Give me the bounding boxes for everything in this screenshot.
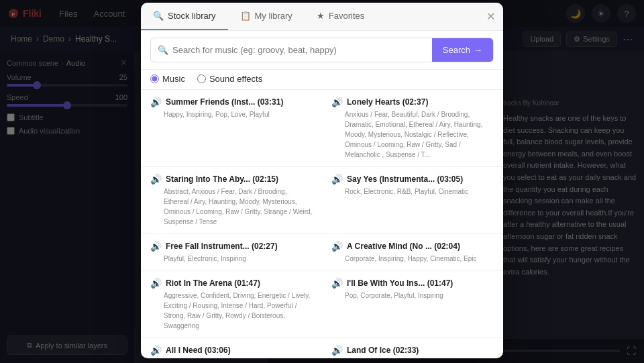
music-track-item[interactable]: 🔊 Land Of Ice (02:33) Abstract, Beautifu… (322, 338, 503, 358)
tab-fav-label: Favorites (329, 11, 364, 21)
sfx-radio[interactable] (197, 74, 206, 83)
music-title-row: 🔊 Say Yes (Instrumenta... (03:05) (331, 174, 494, 185)
star-icon: ★ (317, 11, 325, 21)
music-tags: Anxious / Fear, Beautiful, Dark / Broodi… (331, 109, 494, 160)
volume-icon: 🔊 (150, 241, 162, 252)
music-library-modal: 🔍 Stock library 📋 My library ★ Favorites… (141, 3, 503, 358)
search-button[interactable]: Search → (432, 38, 493, 62)
music-tags: Rock, Electronic, R&B, Playful, Cinemati… (331, 187, 494, 197)
modal-tabs: 🔍 Stock library 📋 My library ★ Favorites… (141, 3, 503, 31)
music-track-item[interactable]: 🔊 Summer Friends (Inst... (03:31) Happy,… (141, 90, 322, 167)
music-title-row: 🔊 Summer Friends (Inst... (03:31) (150, 97, 313, 107)
music-title: Land Of Ice (02:33) (347, 346, 419, 355)
search-input-wrap: 🔍 (151, 40, 432, 60)
music-title-row: 🔊 Land Of Ice (02:33) (331, 345, 494, 356)
music-title-row: 🔊 Lonely Hearts (02:37) (331, 97, 494, 107)
volume-icon: 🔊 (331, 97, 343, 107)
arrow-icon: → (474, 45, 482, 55)
music-tags: Playful, Electronic, Inspiring (150, 254, 313, 264)
music-title: A Creative Mind (No ... (02:04) (347, 242, 460, 251)
search-bar: 🔍 Search → (150, 38, 494, 62)
music-title-row: 🔊 I'll Be With You Ins... (01:47) (331, 278, 494, 289)
music-tags: Corporate, Inspiring, Happy, Cinematic, … (331, 254, 494, 264)
music-tags: Pop, Corporate, Playful, Inspiring (331, 291, 494, 301)
music-title: Staring Into The Aby... (02:15) (166, 174, 278, 184)
music-track-item[interactable]: 🔊 Lonely Hearts (02:37) Anxious / Fear, … (322, 90, 503, 167)
volume-icon: 🔊 (150, 174, 162, 185)
music-title-row: 🔊 Riot In The Arena (01:47) (150, 278, 313, 289)
tab-stock-label: Stock library (168, 11, 216, 21)
music-title: Lonely Hearts (02:37) (347, 97, 428, 107)
music-track-item[interactable]: 🔊 Free Fall Instrument... (02:27) Playfu… (141, 234, 322, 271)
music-radio-text: Music (162, 74, 185, 84)
music-track-item[interactable]: 🔊 Riot In The Arena (01:47) Aggressive, … (141, 271, 322, 338)
my-library-icon: 📋 (240, 11, 251, 21)
modal-overlay: 🔍 Stock library 📋 My library ★ Favorites… (0, 0, 644, 363)
volume-icon: 🔊 (150, 278, 162, 289)
music-title: Say Yes (Instrumenta... (03:05) (347, 174, 463, 184)
music-grid: 🔊 Summer Friends (Inst... (03:31) Happy,… (141, 90, 503, 358)
music-title-row: 🔊 Free Fall Instrument... (02:27) (150, 241, 313, 252)
volume-icon: 🔊 (331, 241, 343, 252)
filter-radio-row: Music Sound effects (141, 70, 503, 90)
modal-close-button[interactable]: ✕ (486, 10, 495, 23)
music-title-row: 🔊 All I Need (03:06) (150, 345, 313, 356)
volume-icon: 🔊 (331, 345, 343, 356)
library-icon: 🔍 (153, 11, 164, 21)
music-title: All I Need (03:06) (166, 346, 231, 355)
music-radio-label[interactable]: Music (150, 74, 185, 84)
music-tags: Abstract, Anxious / Fear, Dark / Broodin… (150, 187, 313, 227)
music-track-item[interactable]: 🔊 All I Need (03:06) Aggressive, Confide… (141, 338, 322, 358)
tab-my-label: My library (255, 11, 292, 21)
search-input[interactable] (172, 40, 425, 60)
tab-my-library[interactable]: 📋 My library (228, 3, 305, 30)
music-tags: Happy, Inspiring, Pop, Love, Playful (150, 109, 313, 119)
search-bar-wrapper: 🔍 Search → (141, 31, 503, 70)
music-title: I'll Be With You Ins... (01:47) (347, 278, 453, 288)
music-tags: Aggressive, Confident, Driving, Energeti… (150, 291, 313, 331)
music-track-item[interactable]: 🔊 I'll Be With You Ins... (01:47) Pop, C… (322, 271, 503, 338)
music-track-item[interactable]: 🔊 A Creative Mind (No ... (02:04) Corpor… (322, 234, 503, 271)
tab-favorites[interactable]: ★ Favorites (305, 3, 376, 30)
tab-stock-library[interactable]: 🔍 Stock library (141, 3, 228, 30)
music-title: Summer Friends (Inst... (03:31) (166, 97, 283, 107)
music-radio[interactable] (150, 74, 159, 83)
music-title-row: 🔊 A Creative Mind (No ... (02:04) (331, 241, 494, 252)
music-track-item[interactable]: 🔊 Say Yes (Instrumenta... (03:05) Rock, … (322, 167, 503, 234)
sfx-radio-text: Sound effects (209, 74, 262, 84)
music-tags: Aggressive, Confident, Cool, Driving, En… (150, 358, 313, 358)
volume-icon: 🔊 (331, 174, 343, 185)
volume-icon: 🔊 (150, 345, 162, 356)
music-title: Riot In The Arena (01:47) (166, 278, 260, 288)
volume-icon: 🔊 (331, 278, 343, 289)
music-list: 🔊 Summer Friends (Inst... (03:31) Happy,… (141, 90, 503, 358)
search-btn-label: Search (443, 45, 470, 55)
volume-icon: 🔊 (150, 97, 162, 107)
search-mag-icon: 🔍 (158, 45, 168, 55)
sfx-radio-label[interactable]: Sound effects (197, 74, 262, 84)
music-tags: Abstract, Beautiful, Calm / Serene, Emot… (331, 358, 494, 358)
music-title: Free Fall Instrument... (02:27) (166, 242, 278, 251)
music-track-item[interactable]: 🔊 Staring Into The Aby... (02:15) Abstra… (141, 167, 322, 234)
music-title-row: 🔊 Staring Into The Aby... (02:15) (150, 174, 313, 185)
